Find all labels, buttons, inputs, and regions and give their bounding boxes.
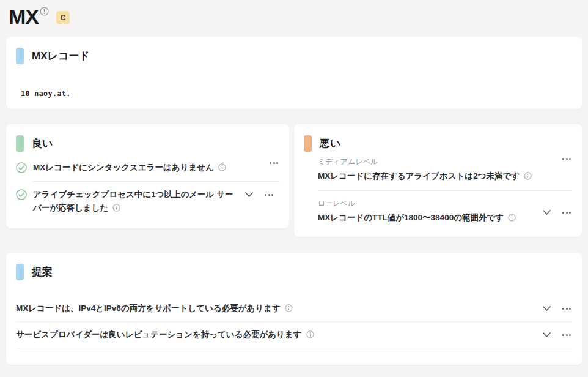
expand-button[interactable] (541, 208, 553, 217)
more-menu-button[interactable] (561, 211, 572, 215)
suggestions-card: 提案 MXレコードは、IPv4とIPv6の両方をサポートしている必要があります … (6, 253, 582, 365)
suggestion-controls (541, 330, 572, 339)
bad-item-body: ローレベル MXレコードのTTL値が1800〜38400の範囲外です (318, 198, 532, 224)
suggestion-row: MXレコードは、IPv4とIPv6の両方をサポートしている必要があります (16, 296, 572, 321)
ellipsis-icon (562, 334, 571, 336)
page-header: MX C (6, 5, 582, 37)
more-menu-button[interactable] (561, 333, 572, 337)
suggestion-text: MXレコードは、IPv4とIPv6の両方をサポートしている必要があります (16, 303, 532, 314)
blue-accent-bar (16, 264, 24, 280)
good-section-header: 良い (6, 124, 289, 152)
more-menu-button[interactable] (268, 161, 279, 165)
info-icon[interactable] (306, 330, 314, 340)
bad-items-list: ミディアムレベル MXレコードに存在するアライブホストは2つ未満です ローレベル… (294, 152, 582, 225)
chevron-down-icon (542, 332, 551, 338)
divider (318, 190, 572, 191)
mx-report-page: MX C MXレコード 10 naoy.at. 良い MXレコ (0, 0, 588, 365)
bad-item-controls (561, 157, 572, 161)
title-info-icon[interactable] (40, 7, 49, 18)
blue-accent-bar (16, 48, 24, 64)
good-section-title: 良い (32, 136, 53, 151)
bad-section-header: 悪い (294, 124, 582, 152)
ellipsis-icon (562, 308, 571, 310)
severity-label: ミディアムレベル (318, 157, 553, 167)
severity-label: ローレベル (318, 198, 532, 209)
chevron-down-icon (244, 192, 254, 198)
info-icon[interactable] (112, 203, 120, 216)
bad-section-card: 悪い ミディアムレベル MXレコードに存在するアライブホストは2つ未満です ロー… (294, 124, 582, 237)
bad-item-body: ミディアムレベル MXレコードに存在するアライブホストは2つ未満です (318, 157, 553, 182)
suggestion-row: サービスプロバイダーは良いレビュテーションを持っている必要があります (16, 322, 572, 348)
info-icon[interactable] (218, 162, 226, 176)
check-circle-icon (16, 189, 27, 203)
ellipsis-icon (265, 194, 273, 196)
info-icon[interactable] (508, 213, 516, 225)
bad-item-text: MXレコードのTTL値が1800〜38400の範囲外です (318, 212, 532, 224)
chevron-down-icon (542, 305, 551, 312)
good-item-text: アライブチェックプロセス中に1つ以上のメール サーバーが応答しました (33, 188, 235, 215)
mx-record-value: 10 naoy.at. (21, 89, 582, 98)
bad-item-controls (541, 208, 572, 217)
mx-record-card-header: MXレコード (6, 37, 582, 64)
expand-button[interactable] (243, 190, 255, 199)
ellipsis-icon (562, 212, 571, 214)
info-icon[interactable] (285, 304, 293, 314)
bad-item-row: ローレベル MXレコードのTTL値が1800〜38400の範囲外です (318, 198, 572, 224)
more-menu-button[interactable] (561, 157, 572, 161)
expand-button[interactable] (541, 330, 553, 339)
divider (33, 181, 279, 182)
mx-record-card: MXレコード 10 naoy.at. (6, 37, 582, 109)
bad-item-text: MXレコードに存在するアライブホストは2つ未満です (318, 170, 553, 182)
results-row: 良い MXレコードにシンタックスエラーはありません (6, 124, 582, 237)
expand-button[interactable] (541, 304, 553, 313)
good-section-card: 良い MXレコードにシンタックスエラーはありません (6, 124, 289, 228)
good-items-list: MXレコードにシンタックスエラーはありません アライブチェックプロセス中に1つ以… (6, 152, 289, 215)
more-menu-button[interactable] (561, 307, 572, 311)
good-item-controls (243, 190, 274, 199)
suggestions-header: 提案 (6, 253, 582, 280)
green-accent-bar (16, 135, 24, 152)
orange-accent-bar (304, 135, 312, 152)
check-circle-icon (16, 162, 27, 176)
ellipsis-icon (562, 158, 571, 160)
good-item-text: MXレコードにシンタックスエラーはありません (33, 161, 260, 174)
chevron-down-icon (542, 209, 551, 215)
page-title: MX (9, 5, 39, 29)
good-item-controls (268, 161, 279, 165)
more-menu-button[interactable] (263, 193, 274, 197)
good-item-row: アライブチェックプロセス中に1つ以上のメール サーバーが応答しました (16, 188, 279, 215)
grade-badge: C (56, 11, 70, 24)
suggestion-text: サービスプロバイダーは良いレビュテーションを持っている必要があります (16, 329, 532, 340)
ellipsis-icon (270, 162, 278, 164)
mx-record-card-title: MXレコード (32, 49, 90, 63)
bad-section-title: 悪い (320, 136, 340, 151)
divider (16, 348, 572, 348)
suggestion-items-list: MXレコードは、IPv4とIPv6の両方をサポートしている必要があります サービ… (6, 280, 582, 348)
good-item-row: MXレコードにシンタックスエラーはありません (16, 161, 279, 176)
suggestions-title: 提案 (32, 265, 53, 279)
bad-item-row: ミディアムレベル MXレコードに存在するアライブホストは2つ未満です (318, 157, 572, 182)
suggestion-controls (541, 304, 572, 313)
info-icon[interactable] (524, 171, 532, 184)
